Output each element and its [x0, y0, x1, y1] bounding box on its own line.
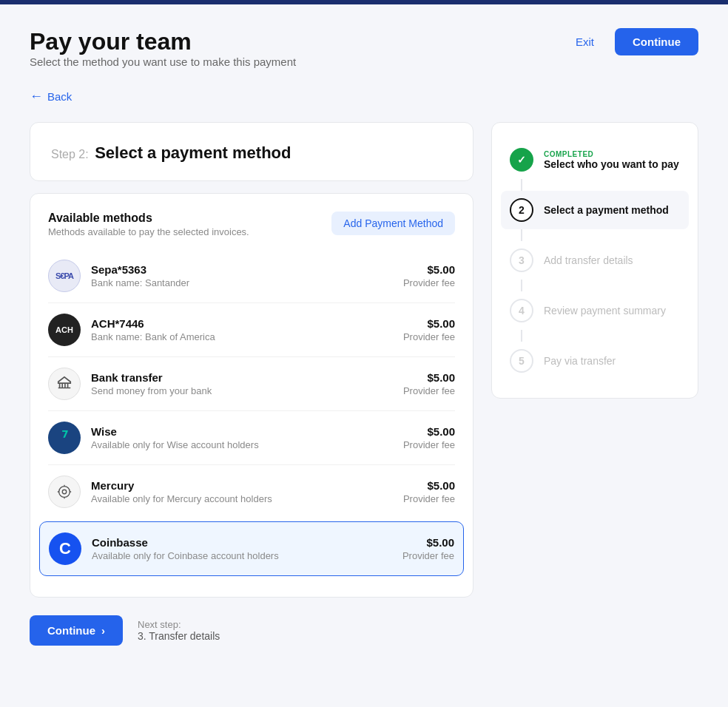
method-icon-coinbase: C: [49, 532, 81, 565]
method-fee-ach: $5.00 Provider fee: [403, 317, 455, 342]
svg-point-0: [59, 487, 70, 498]
sidebar-step-info-1: COMPLETED Select who you want to pay: [544, 150, 680, 170]
sidebar-step-info-4: Review payment summary: [544, 305, 680, 317]
method-amount-sepa: $5.00: [403, 263, 455, 276]
method-icon-ach: ACH: [48, 314, 81, 346]
payment-method-sepa[interactable]: S€PA Sepa*5363 Bank name: Santander $5.0…: [48, 249, 455, 302]
method-icon-wise: ⁷: [48, 422, 81, 454]
method-amount-mercury: $5.00: [403, 479, 455, 492]
method-desc-bank: Send money from your bank: [91, 385, 403, 396]
method-fee-coinbase: $5.00 Provider fee: [402, 536, 454, 561]
sidebar-step-label-3: Add transfer details: [544, 254, 680, 266]
continue-button-bottom[interactable]: Continue ›: [30, 615, 123, 646]
method-name-mercury: Mercury: [91, 479, 403, 492]
back-arrow-icon: ←: [30, 89, 43, 104]
sidebar-step-5: 5 Pay via transfer: [510, 342, 680, 380]
method-desc-coinbase: Available only for Coinbase account hold…: [92, 550, 402, 561]
step-prefix: Step 2: Select a payment method: [51, 148, 291, 160]
method-amount-bank: $5.00: [403, 371, 455, 384]
sidebar-divider-2: [521, 229, 522, 241]
bottom-bar: Continue › Next step: 3. Transfer detail…: [30, 615, 473, 646]
method-info-bank: Bank transfer Send money from your bank: [91, 371, 403, 396]
methods-subtitle: Methods available to pay the selected in…: [48, 226, 249, 237]
method-name-ach: ACH*7446: [91, 317, 403, 330]
payment-method-bank[interactable]: Bank transfer Send money from your bank …: [48, 356, 455, 410]
payment-method-wise[interactable]: ⁷ Wise Available only for Wise account h…: [48, 410, 455, 464]
main-content: Step 2: Select a payment method Availabl…: [30, 122, 698, 646]
sidebar-step-num-2: 2: [510, 198, 533, 222]
method-fee-label-sepa: Provider fee: [403, 277, 455, 288]
continue-button-top[interactable]: Continue: [615, 28, 698, 55]
method-icon-sepa: S€PA: [48, 260, 81, 292]
method-fee-label-bank: Provider fee: [403, 385, 455, 396]
sidebar-divider-3: [521, 280, 522, 291]
sidebar-step-num-5: 5: [510, 349, 533, 373]
sidebar-step-label-4: Review payment summary: [544, 305, 680, 317]
method-fee-bank: $5.00 Provider fee: [403, 371, 455, 396]
back-label: Back: [47, 90, 72, 103]
header-actions: Exit Continue: [567, 28, 698, 55]
step-header: Step 2: Select a payment method: [51, 143, 452, 163]
step-card: Step 2: Select a payment method: [30, 122, 473, 181]
sidebar-step-info-5: Pay via transfer: [544, 355, 680, 367]
sidebar-card: ✓ COMPLETED Select who you want to pay 2…: [491, 122, 698, 399]
method-info-sepa: Sepa*5363 Bank name: Santander: [91, 263, 403, 288]
method-name-wise: Wise: [91, 425, 403, 438]
step-title: Select a payment method: [95, 143, 291, 162]
sidebar-step-3: 3 Add transfer details: [510, 241, 680, 280]
method-info-ach: ACH*7446 Bank name: Bank of America: [91, 317, 403, 342]
sidebar-divider-1: [521, 179, 522, 191]
method-info-mercury: Mercury Available only for Mercury accou…: [91, 479, 403, 504]
methods-title: Available methods: [48, 212, 249, 225]
next-step-prefix: Next step:: [138, 619, 220, 630]
method-amount-ach: $5.00: [403, 317, 455, 330]
method-desc-sepa: Bank name: Santander: [91, 277, 403, 288]
method-info-wise: Wise Available only for Wise account hol…: [91, 425, 403, 450]
payment-methods-list: S€PA Sepa*5363 Bank name: Santander $5.0…: [48, 249, 455, 576]
svg-point-1: [62, 490, 67, 494]
method-name-sepa: Sepa*5363: [91, 263, 403, 276]
chevron-right-icon: ›: [101, 624, 105, 637]
method-fee-mercury: $5.00 Provider fee: [403, 479, 455, 504]
method-info-coinbase: Coinbasse Available only for Coinbase ac…: [92, 536, 402, 561]
sidebar-divider-4: [521, 330, 522, 342]
sidebar-step-1[interactable]: ✓ COMPLETED Select who you want to pay: [510, 141, 680, 179]
sidebar-step-info-3: Add transfer details: [544, 254, 680, 266]
sidebar-step-num-1: ✓: [510, 148, 533, 172]
page-subtitle: Select the method you want use to make t…: [30, 55, 296, 68]
sidebar-step-info-2: Select a payment method: [544, 204, 680, 216]
method-desc-wise: Available only for Wise account holders: [91, 439, 403, 450]
payment-method-mercury[interactable]: Mercury Available only for Mercury accou…: [48, 464, 455, 518]
method-icon-bank: [48, 368, 81, 400]
method-fee-label-ach: Provider fee: [403, 331, 455, 342]
methods-title-group: Available methods Methods available to p…: [48, 212, 249, 237]
right-panel: ✓ COMPLETED Select who you want to pay 2…: [491, 122, 698, 646]
add-payment-method-button[interactable]: Add Payment Method: [331, 212, 455, 235]
method-fee-sepa: $5.00 Provider fee: [403, 263, 455, 288]
method-desc-ach: Bank name: Bank of America: [91, 331, 403, 342]
sidebar-step-label-1: Select who you want to pay: [544, 158, 680, 170]
sidebar-step-num-4: 4: [510, 299, 533, 322]
method-name-coinbase: Coinbasse: [92, 536, 402, 549]
exit-button[interactable]: Exit: [567, 30, 603, 54]
sidebar-step-4: 4 Review payment summary: [510, 291, 680, 330]
method-fee-label-wise: Provider fee: [403, 439, 455, 450]
method-fee-wise: $5.00 Provider fee: [403, 425, 455, 450]
sidebar-step-label-5: Pay via transfer: [544, 355, 680, 367]
sidebar-step-label-2: Select a payment method: [544, 204, 680, 216]
payment-method-coinbase[interactable]: C Coinbasse Available only for Coinbase …: [39, 521, 464, 576]
sidebar-step-2[interactable]: 2 Select a payment method: [501, 191, 689, 229]
back-link[interactable]: ← Back: [30, 89, 72, 104]
method-amount-coinbase: $5.00: [402, 536, 454, 549]
sidebar-step-badge-1: COMPLETED: [544, 150, 680, 158]
methods-card: Available methods Methods available to p…: [30, 193, 473, 598]
next-step-label: 3. Transfer details: [138, 630, 220, 642]
left-panel: Step 2: Select a payment method Availabl…: [30, 122, 473, 646]
method-fee-label-coinbase: Provider fee: [402, 550, 454, 561]
method-fee-label-mercury: Provider fee: [403, 493, 455, 504]
method-amount-wise: $5.00: [403, 425, 455, 438]
method-desc-mercury: Available only for Mercury account holde…: [91, 493, 403, 504]
method-icon-mercury: [48, 476, 81, 508]
next-step-info: Next step: 3. Transfer details: [138, 619, 220, 642]
payment-method-ach[interactable]: ACH ACH*7446 Bank name: Bank of America …: [48, 302, 455, 356]
